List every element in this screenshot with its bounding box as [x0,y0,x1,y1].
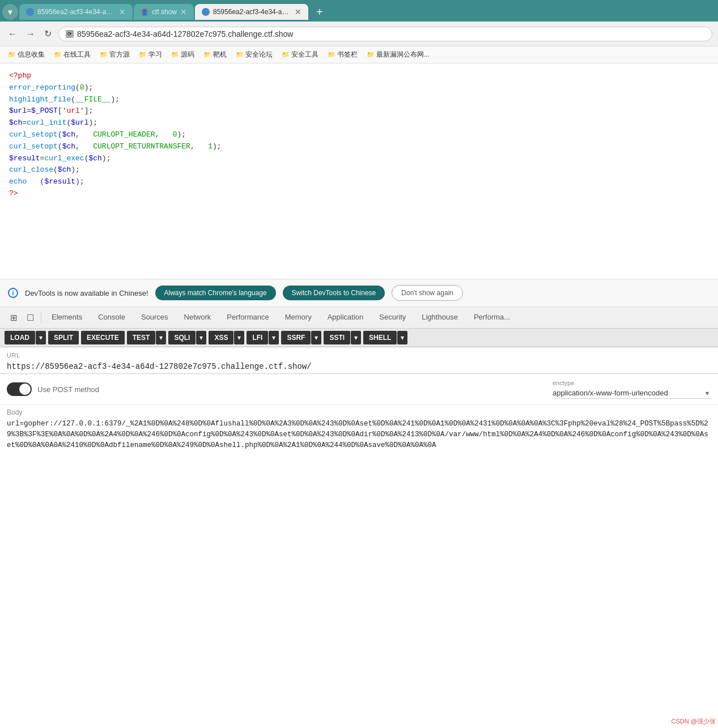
bookmark-item-9[interactable]: 📁 书签栏 [324,49,361,61]
bookmark-label-4: 学习 [148,50,162,59]
tab-2-icon: 👤 [141,8,148,16]
body-area: Body url=gopher://127.0.0.1:6379/_%2A1%0… [0,405,718,450]
switch-to-chinese-button[interactable]: Switch DevTools to Chinese [283,286,385,300]
hackbar-test-dropdown[interactable]: ▾ [156,331,166,344]
hackbar-sqli-button[interactable]: SQLI [168,331,196,344]
tab-3-icon [202,8,210,16]
folder-icon-8: 📁 [282,51,290,58]
bookmark-label-6: 靶机 [213,50,227,59]
enctype-select[interactable]: application/x-www-form-urlencoded [553,388,711,399]
tab-sources[interactable]: Sources [133,308,176,327]
address-bar: ← → ↻ ⟳ 85956ea2-acf3-4e34-a64d-127802e7… [0,22,718,46]
url-value[interactable]: https://85956ea2-acf3-4e34-a64d-127802e7… [7,360,711,373]
hackbar-ssrf-dropdown[interactable]: ▾ [311,331,321,344]
bookmark-item-10[interactable]: 📁 最新漏洞公布网... [363,49,433,61]
tab-network[interactable]: Network [176,308,219,327]
tab-1[interactable]: 85956ea2-acf3-4e34-a64d-1... ✕ [19,4,133,20]
bookmark-label-5: 源码 [181,50,194,59]
post-method-row: Use POST method enctype application/x-ww… [0,374,718,405]
hackbar-split-button[interactable]: SPLIT [48,331,79,344]
bookmark-label-7: 安全论坛 [245,50,273,59]
post-method-label: Use POST method [37,385,99,394]
tab-3-close[interactable]: ✕ [295,7,301,16]
browser-frame: ▼ 85956ea2-acf3-4e34-a64d-1... ✕ 👤 ctf.s… [0,0,718,728]
post-method-toggle-wrap: Use POST method [7,382,99,396]
page-content: <?php error_reporting(0); highlight_file… [0,63,718,279]
hackbar-xss-group: XSS ▾ [209,331,244,344]
enctype-area: enctype application/x-www-form-urlencode… [553,380,711,399]
bookmark-item-7[interactable]: 📁 安全论坛 [232,49,276,61]
watermark: CSDN @强少张 [672,717,716,726]
tab-1-close[interactable]: ✕ [119,7,126,16]
hackbar-ssti-group: SSTI ▾ [324,331,361,344]
enctype-select-wrap: application/x-www-form-urlencoded ▾ [553,388,711,399]
hackbar-lfi-dropdown[interactable]: ▾ [269,331,279,344]
hackbar-lfi-button[interactable]: LFI [247,331,268,344]
code-line-8: $result=curl_exec($ch); [9,153,709,165]
tab-1-icon [26,8,34,16]
always-match-language-button[interactable]: Always match Chrome's language [155,286,276,300]
hackbar-xss-dropdown[interactable]: ▾ [234,331,244,344]
reload-button[interactable]: ↻ [42,26,54,41]
bookmark-item-3[interactable]: 📁 官方源 [96,49,133,61]
devtools-notify-text: DevTools is now available in Chinese! [25,289,148,297]
bookmark-item-8[interactable]: 📁 安全工具 [278,49,322,61]
hackbar-shell-group: SHELL ▾ [363,331,407,344]
tab-3-label: 85956ea2-acf3-4e34-a64d-1... [213,8,291,16]
bookmarks-bar: 📁 信息收集 📁 在线工具 📁 官方源 📁 学习 📁 源码 📁 靶机 📁 安全论… [0,46,718,63]
tab-elements[interactable]: Elements [44,308,90,327]
tab-performance[interactable]: Performance [219,308,277,327]
hackbar-ssrf-button[interactable]: SSRF [281,331,311,344]
hackbar-ssti-button[interactable]: SSTI [324,331,350,344]
folder-icon-5: 📁 [171,51,179,58]
tab-bar: ▼ 85956ea2-acf3-4e34-a64d-1... ✕ 👤 ctf.s… [0,0,718,22]
folder-icon-3: 📁 [100,51,108,58]
tab-2[interactable]: 👤 ctf.show ✕ [134,4,194,20]
forward-button[interactable]: → [24,27,37,41]
tab-3[interactable]: 85956ea2-acf3-4e34-a64d-1... ✕ [195,4,308,20]
tab-application[interactable]: Application [320,308,372,327]
bookmark-label-3: 官方源 [109,50,130,59]
code-line-9: curl_close($ch); [9,164,709,176]
hackbar-sqli-group: SQLI ▾ [168,331,206,344]
hackbar-xss-button[interactable]: XSS [209,331,233,344]
tab-2-close[interactable]: ✕ [180,7,187,16]
body-content[interactable]: url=gopher://127.0.0.1:6379/_%2A1%0D%0A%… [7,419,711,450]
devtools-cursor-icon[interactable]: ⊞ [6,310,22,325]
bookmark-item-1[interactable]: 📁 信息收集 [5,49,48,61]
tab-console[interactable]: Console [90,308,133,327]
tab-memory[interactable]: Memory [277,308,320,327]
bookmark-item-4[interactable]: 📁 学习 [135,49,165,61]
code-line-10: echo ($result); [9,176,709,188]
code-line-5: $ch=curl_init($url); [9,117,709,129]
folder-icon-2: 📁 [54,51,62,58]
code-line-3: highlight_file(__FILE__); [9,94,709,106]
folder-icon-7: 📁 [236,51,244,58]
tab-security[interactable]: Security [371,308,414,327]
hackbar-load-dropdown[interactable]: ▾ [36,331,46,344]
tab-performance2[interactable]: Performa... [466,308,518,327]
bookmark-item-2[interactable]: 📁 在线工具 [50,49,94,61]
dont-show-again-button[interactable]: Don't show again [392,285,463,301]
bookmark-label-10: 最新漏洞公布网... [376,50,430,59]
hackbar-load-button[interactable]: LOAD [5,331,35,344]
hackbar-test-button[interactable]: TEST [127,331,156,344]
hackbar-sqli-dropdown[interactable]: ▾ [196,331,206,344]
address-text[interactable]: 85956ea2-acf3-4e34-a64d-127802e7c975.cha… [77,29,705,39]
new-tab-button[interactable]: + [312,6,328,19]
devtools-phone-icon[interactable]: ☐ [22,310,39,325]
info-icon: i [8,288,18,298]
hackbar-execute-button[interactable]: EXECUTE [81,331,125,344]
back-button[interactable]: ← [6,27,19,41]
hackbar-shell-dropdown[interactable]: ▾ [397,331,407,344]
post-method-toggle[interactable] [7,382,32,396]
bookmark-item-6[interactable]: 📁 靶机 [200,49,230,61]
hackbar-ssti-dropdown[interactable]: ▾ [351,331,361,344]
tab-lighthouse[interactable]: Lighthouse [414,308,466,327]
hackbar-shell-button[interactable]: SHELL [363,331,397,344]
bookmark-item-5[interactable]: 📁 源码 [168,49,198,61]
devtools-tabs: ⊞ ☐ Elements Console Sources Network Per… [0,307,718,329]
site-security-icon: ⟳ [66,30,74,38]
hackbar: LOAD ▾ SPLIT EXECUTE TEST ▾ SQLI ▾ XSS ▾… [0,329,718,347]
tab-dropdown[interactable]: ▼ [2,4,18,20]
